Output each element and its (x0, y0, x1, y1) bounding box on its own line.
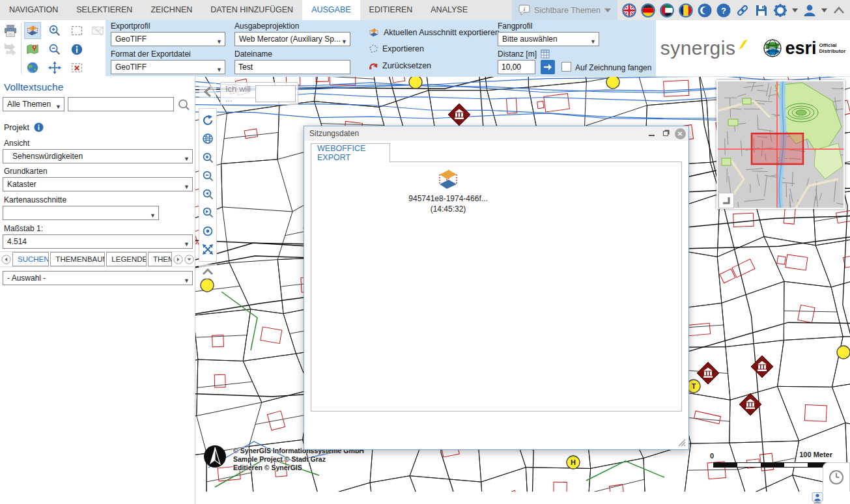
settings-gear-icon[interactable] (773, 3, 787, 18)
save-session-icon[interactable] (754, 3, 769, 18)
chevron-down-icon: ▼ (55, 100, 61, 111)
basemap-select[interactable]: Kataster▼ (3, 177, 193, 191)
view-select[interactable]: Sehenswürdigkeiten▼ (3, 149, 193, 163)
snap-profile-select[interactable]: Bitte auswählen▼ (498, 32, 599, 46)
language-romanian-flag-icon[interactable] (679, 3, 693, 18)
distance-input[interactable] (498, 60, 535, 74)
filename-input[interactable] (234, 60, 350, 74)
menu-analyse[interactable]: ANALYSE (421, 0, 477, 20)
send-mail-disabled-icon[interactable] (90, 23, 106, 38)
zoom-previous-icon[interactable] (201, 188, 214, 201)
tab-thematische-clipped[interactable]: THEM (148, 252, 172, 266)
info-tool-icon[interactable] (69, 42, 85, 57)
menu-bar: NAVIGATIONSELEKTIERENZEICHNENDATEN HINZU… (0, 0, 850, 20)
full-screen-expand-icon[interactable] (201, 243, 214, 256)
export-data-disabled-icon[interactable] (3, 42, 18, 57)
share-link-icon[interactable] (735, 3, 750, 18)
full-extent-globe-icon[interactable] (201, 132, 214, 145)
menu-selektieren[interactable]: SELEKTIEREN (67, 0, 141, 20)
scale-label: Maßstab 1: (4, 224, 43, 233)
sidebar-tab-strip: SUCHEN THEMENBAUM LEGENDE THEM (0, 251, 195, 267)
export-format-select[interactable]: GeoTIFF▼ (111, 60, 225, 74)
export-result-item[interactable]: 945741e8-1974-466f... (14:45:32) (396, 167, 500, 214)
svg-text:H: H (571, 458, 576, 466)
toolbar-icon-group (0, 20, 106, 76)
dialog-restore-icon[interactable] (660, 128, 672, 139)
ausgabe-ribbon-panel: Exportprofil GeoTIFF▼ Format der Exportd… (106, 20, 656, 76)
center-map-icon[interactable] (201, 225, 214, 238)
projection-label: Ausgabeprojektion (234, 21, 299, 31)
i-want-to-input[interactable] (255, 85, 296, 102)
tab-legende[interactable]: LEGENDE (106, 252, 147, 266)
distance-grid-icon[interactable] (541, 49, 550, 59)
selection-select[interactable]: - Auswahl -▼ (3, 271, 193, 285)
user-chevron-down-icon[interactable] (821, 8, 827, 12)
dialog-tab-weboffice-export[interactable]: WEBOFFICE EXPORT (311, 143, 390, 162)
menu-navigation[interactable]: NAVIGATION (0, 0, 67, 20)
apply-distance-arrow-button[interactable] (541, 60, 555, 74)
reset-button[interactable]: Zurücksetzen (368, 61, 431, 71)
menu-daten-hinzufuegen[interactable]: DATEN HINZUFÜGEN (201, 0, 302, 20)
menu-ausgabe[interactable]: AUSGABE (302, 0, 360, 20)
session-user-icon[interactable] (811, 492, 824, 504)
zoom-next-icon[interactable] (201, 206, 214, 219)
language-german-flag-icon[interactable] (641, 3, 655, 18)
overview-map-canvas (718, 81, 843, 208)
map-extent-select[interactable]: ▼ (3, 206, 159, 220)
zoom-in-icon[interactable] (201, 151, 214, 164)
tabs-list-icon[interactable] (184, 255, 194, 264)
night-mode-crescent-icon[interactable] (698, 3, 712, 18)
export-extent-tool-icon[interactable] (25, 23, 40, 38)
distance-label: Distanz [m] (498, 49, 537, 59)
select-extent-icon[interactable] (69, 23, 85, 38)
export-current-extent-button[interactable]: Aktuellen Ausschnitt exportieren (368, 27, 500, 38)
session-time-panel[interactable] (823, 462, 850, 492)
overview-collapse-icon[interactable] (718, 193, 734, 208)
export-profile-select[interactable]: GeoTIFF▼ (111, 32, 225, 46)
scale-select[interactable]: 4.514▼ (3, 234, 193, 249)
chevron-down-icon: ▼ (216, 63, 222, 74)
help-icon[interactable]: ? (716, 3, 731, 18)
tab-themenbaum[interactable]: THEMENBAUM (50, 252, 105, 266)
dialog-close-icon[interactable]: ✕ (674, 128, 686, 139)
pan-tool-icon[interactable] (47, 60, 63, 76)
i-want-to-widget[interactable]: Ich will ... (220, 82, 298, 105)
menu-zeichnen[interactable]: ZEICHNEN (141, 0, 201, 20)
search-icon[interactable] (177, 98, 190, 111)
dialog-titlebar[interactable]: Sitzungsdaten ✕ (304, 126, 688, 141)
map-toolbar-collapse-chevron-left-icon[interactable] (199, 83, 216, 100)
status-strip (195, 492, 850, 504)
map-with-pin-icon[interactable] (25, 42, 40, 57)
dialog-resize-handle[interactable] (677, 438, 686, 447)
menu-editieren[interactable]: EDITIEREN (360, 0, 422, 20)
clear-extent-icon[interactable] (69, 60, 85, 76)
overview-map[interactable] (716, 80, 845, 209)
map-toolbar-chevron-up-icon[interactable] (199, 264, 217, 279)
synergis-logo-mark (737, 38, 748, 51)
tabs-scroll-left-icon[interactable] (1, 255, 11, 264)
dialog-minimize-icon[interactable] (645, 128, 657, 139)
project-info-icon[interactable] (34, 122, 44, 132)
fulltext-search-input[interactable] (68, 97, 174, 111)
theme-filter-select[interactable]: Alle Themen▼ (3, 97, 64, 111)
tab-suchen[interactable]: SUCHEN (12, 252, 49, 266)
refresh-map-icon[interactable] (201, 114, 214, 127)
chevron-down-icon: ▼ (184, 274, 190, 285)
projection-select[interactable]: Web Mercator (Auxiliary Sp...▼ (234, 32, 350, 46)
collapse-ribbon-chevron-up-icon[interactable] (832, 3, 846, 18)
language-english-flag-icon[interactable] (622, 3, 636, 18)
project-label: Projekt (4, 123, 29, 132)
language-arabic-flag-icon[interactable] (660, 3, 674, 18)
export-polygon-button[interactable]: Exportieren (368, 44, 424, 54)
tabs-scroll-right-icon[interactable] (173, 255, 183, 264)
user-account-icon[interactable] (802, 3, 817, 18)
svg-text:?: ? (721, 5, 726, 15)
earth-globe-icon[interactable] (25, 60, 40, 76)
snap-drawing-checkbox[interactable] (561, 62, 571, 72)
visible-themes-dropdown[interactable]: i Sichtbare Themen (512, 0, 617, 20)
zoom-out-icon[interactable] (201, 169, 214, 182)
settings-chevron-down-icon[interactable] (792, 8, 798, 12)
zoom-out-tool-icon[interactable] (47, 42, 63, 57)
zoom-in-tool-icon[interactable] (47, 23, 63, 38)
print-icon[interactable] (3, 23, 18, 38)
